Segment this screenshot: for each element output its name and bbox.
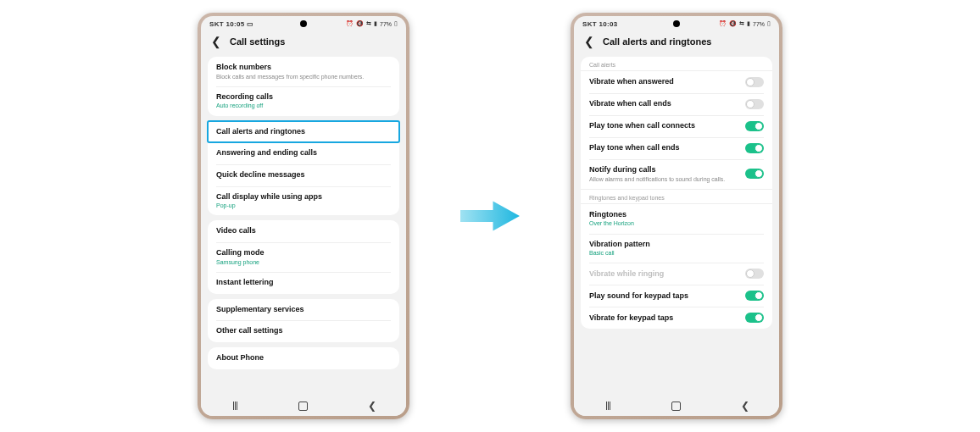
nav-home-button[interactable]: [660, 402, 693, 411]
status-carrier: SKT: [209, 20, 224, 28]
status-cam-icon: ▭: [247, 20, 253, 28]
row-call-display[interactable]: Call display while using apps Pop-up: [208, 186, 399, 216]
row-recording-calls[interactable]: Recording calls Auto recording off: [208, 86, 399, 116]
stage: SKT 10:05 ▭ ⏰ 🔇 ⇆ ▮ 77% ▯ ❮ Call setting…: [0, 0, 980, 432]
status-right: ⏰ 🔇 ⇆ ▮ 77% ▯: [346, 20, 398, 27]
nav-recents-button[interactable]: [591, 402, 625, 410]
row-sub: Auto recording off: [216, 102, 391, 109]
row-vibrate-end[interactable]: Vibrate when call ends: [581, 93, 772, 115]
app-header: ❮ Call settings: [201, 31, 406, 57]
row-sub: Samsung phone: [216, 258, 391, 266]
row-title: Vibrate when call ends: [589, 99, 745, 109]
nav-back-button[interactable]: ❮: [728, 400, 762, 412]
row-title: Calling mode: [216, 248, 391, 258]
network-icon: ⇆: [366, 20, 371, 27]
row-keypad-sound[interactable]: Play sound for keypad taps: [581, 285, 772, 307]
arrow-icon: [460, 197, 520, 235]
row-sub: Block calls and messages from specific p…: [216, 73, 391, 80]
switch-tone-connect[interactable]: [745, 121, 764, 131]
switch-vibrate-ringing: [745, 269, 764, 279]
row-vibrate-answered[interactable]: Vibrate when answered: [581, 71, 772, 93]
nav-recents-button[interactable]: [218, 402, 252, 410]
nav-bar: ❮: [574, 396, 779, 416]
nav-home-button[interactable]: [287, 402, 320, 411]
settings-card-5: About Phone: [208, 347, 399, 369]
switch-keypad-vibrate[interactable]: [745, 313, 764, 323]
row-title: Notify during calls: [589, 165, 745, 175]
screen-left: SKT 10:05 ▭ ⏰ 🔇 ⇆ ▮ 77% ▯ ❮ Call setting…: [201, 16, 406, 416]
row-sub: Pop-up: [216, 202, 391, 209]
row-title: Play sound for keypad taps: [589, 291, 745, 302]
row-block-numbers[interactable]: Block numbers Block calls and messages f…: [208, 57, 399, 86]
row-sub: Over the Horizon: [589, 219, 764, 227]
row-other-call-settings[interactable]: Other call settings: [208, 320, 399, 342]
row-tone-end[interactable]: Play tone when call ends: [581, 137, 772, 159]
status-right: ⏰ 🔇 ⇆ ▮ 77% ▯: [719, 20, 771, 27]
row-calling-mode[interactable]: Calling mode Samsung phone: [208, 242, 399, 272]
settings-card-3: Video calls Calling mode Samsung phone I…: [208, 220, 399, 293]
settings-card-1: Block numbers Block calls and messages f…: [208, 57, 399, 116]
page-title: Call settings: [230, 36, 285, 47]
switch-vibrate-end[interactable]: [745, 99, 764, 109]
camera-punch: [300, 20, 307, 27]
row-title: Answering and ending calls: [216, 148, 391, 158]
row-title: Instant lettering: [216, 278, 391, 288]
status-left: SKT 10:05 ▭: [209, 20, 346, 28]
battery-icon: ▯: [394, 20, 398, 27]
row-title: Block numbers: [216, 63, 391, 73]
row-title: Vibrate when answered: [589, 77, 745, 87]
svg-marker-0: [460, 202, 520, 231]
battery-percent: 77%: [753, 21, 765, 27]
battery-icon: ▯: [767, 20, 771, 27]
page-title: Call alerts and ringtones: [603, 36, 711, 47]
row-tone-connect[interactable]: Play tone when call connects: [581, 115, 772, 137]
row-title: Other call settings: [216, 326, 391, 336]
row-instant-lettering[interactable]: Instant lettering: [208, 272, 399, 294]
row-ringtones[interactable]: Ringtones Over the Horizon: [581, 204, 772, 234]
alarm-icon: ⏰: [719, 20, 727, 27]
row-title: Video calls: [216, 226, 391, 236]
nav-back-button[interactable]: ❮: [355, 400, 389, 412]
settings-scroll[interactable]: Call alerts Vibrate when answered Vibrat…: [574, 57, 779, 396]
alerts-card: Call alerts Vibrate when answered Vibrat…: [581, 57, 772, 329]
back-icon[interactable]: ❮: [584, 35, 594, 48]
switch-tone-end[interactable]: [745, 143, 764, 153]
settings-card-2: Call alerts and ringtones Answering and …: [208, 121, 399, 216]
phone-right: SKT 10:03 ⏰ 🔇 ⇆ ▮ 77% ▯ ❮ Call alerts an…: [571, 13, 782, 419]
status-time: 10:03: [599, 20, 617, 28]
network-icon: ⇆: [739, 20, 744, 27]
status-left: SKT 10:03: [582, 20, 719, 28]
alarm-icon: ⏰: [346, 20, 354, 27]
row-title: Recording calls: [216, 92, 391, 102]
row-notify-during[interactable]: Notify during calls Allow alarms and not…: [581, 159, 772, 189]
row-title: Quick decline messages: [216, 170, 391, 180]
row-title: Play tone when call connects: [589, 121, 745, 131]
signal-icon: ▮: [747, 20, 750, 27]
status-carrier: SKT: [582, 20, 597, 28]
mute-icon: 🔇: [356, 20, 364, 27]
row-title: Vibrate while ringing: [589, 269, 745, 280]
row-supplementary[interactable]: Supplementary services: [208, 299, 399, 321]
camera-punch: [673, 20, 680, 27]
switch-vibrate-answered[interactable]: [745, 77, 764, 87]
row-title: Supplementary services: [216, 305, 391, 315]
switch-keypad-sound[interactable]: [745, 291, 764, 301]
switch-notify-during[interactable]: [745, 169, 764, 179]
row-sub: Allow alarms and notifications to sound …: [589, 175, 745, 183]
row-keypad-vibrate[interactable]: Vibrate for keypad taps: [581, 307, 772, 329]
screen-right: SKT 10:03 ⏰ 🔇 ⇆ ▮ 77% ▯ ❮ Call alerts an…: [574, 16, 779, 416]
row-quick-decline[interactable]: Quick decline messages: [208, 164, 399, 186]
row-title: Vibrate for keypad taps: [589, 313, 745, 324]
status-time: 10:05: [226, 20, 244, 28]
row-vibration-pattern[interactable]: Vibration pattern Basic call: [581, 234, 772, 263]
row-about-phone[interactable]: About Phone: [208, 347, 399, 369]
row-sub: Basic call: [589, 249, 764, 257]
row-video-calls[interactable]: Video calls: [208, 220, 399, 242]
row-answering-ending[interactable]: Answering and ending calls: [208, 142, 399, 164]
phone-left: SKT 10:05 ▭ ⏰ 🔇 ⇆ ▮ 77% ▯ ❮ Call setting…: [198, 13, 409, 419]
section-label-ringtones: Ringtones and keypad tones: [581, 189, 772, 204]
back-icon[interactable]: ❮: [211, 35, 221, 48]
row-call-alerts-and-ringtones[interactable]: Call alerts and ringtones: [208, 121, 399, 143]
settings-scroll[interactable]: Block numbers Block calls and messages f…: [201, 57, 406, 396]
row-title: Play tone when call ends: [589, 143, 745, 153]
